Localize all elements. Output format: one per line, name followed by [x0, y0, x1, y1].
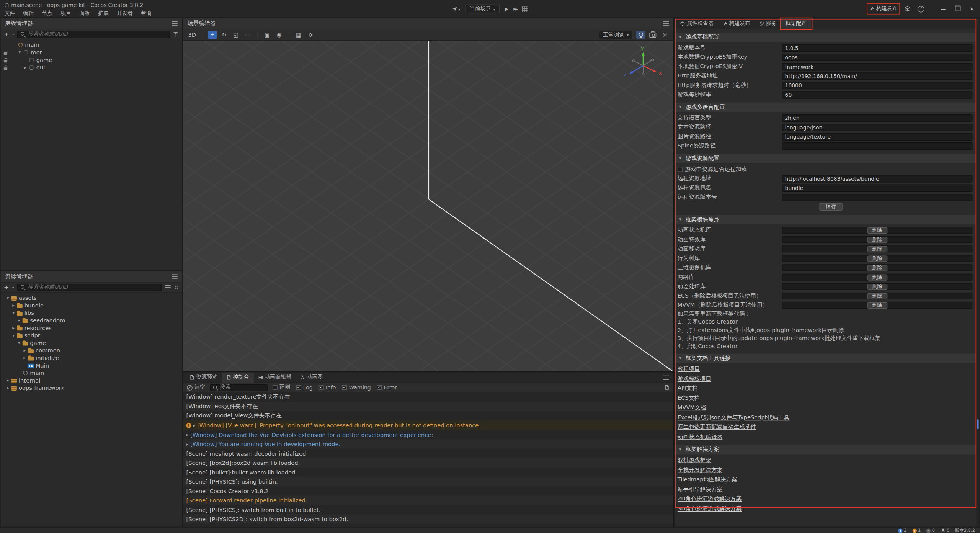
doc-link[interactable]: 动画状态机编辑器	[678, 433, 723, 441]
close-button[interactable]	[968, 6, 976, 12]
log-row[interactable]: [Scene] Forward render pipeline initiali…	[183, 495, 673, 505]
scrollbar-thumb[interactable]	[977, 419, 979, 429]
section-header-resources[interactable]: 游戏资源配置	[675, 154, 977, 163]
asset-node-row[interactable]: internal	[1, 377, 182, 384]
asset-node-row[interactable]: script	[1, 332, 182, 340]
tab-asset-preview[interactable]: 资源预览	[185, 372, 222, 383]
text-input[interactable]: zh,en	[782, 114, 972, 122]
menu-item[interactable]: 编辑	[23, 10, 34, 18]
expand-arrow-icon[interactable]	[16, 340, 22, 346]
scene-light-toggle[interactable]	[636, 31, 645, 39]
delete-module-button[interactable]: 删除	[867, 265, 887, 271]
asset-node-row[interactable]: libs	[1, 309, 182, 317]
scene-settings-button[interactable]	[661, 31, 670, 39]
menu-item[interactable]: 文件	[4, 10, 15, 18]
log-filter-checkbox[interactable]: Error	[377, 384, 397, 391]
text-input[interactable]: framework	[782, 63, 972, 70]
sort-icon[interactable]	[165, 285, 171, 289]
expand-arrow-icon[interactable]	[17, 50, 23, 56]
scene-camera-button[interactable]	[648, 31, 657, 39]
log-row[interactable]: [Window] [Vue warn]: Property "onInput" …	[183, 420, 673, 430]
doc-link[interactable]: API文档	[678, 384, 698, 392]
expand-arrow-icon[interactable]	[11, 310, 16, 316]
tab-services[interactable]: 服务	[755, 18, 781, 29]
tab-animation-editor[interactable]: 动画编辑器	[253, 372, 296, 383]
log-row[interactable]: [Window] model_view文件夹不存在	[183, 411, 673, 420]
scale-tool-button[interactable]: ◱	[232, 31, 240, 39]
asset-node-row[interactable]: common	[1, 347, 182, 355]
asset-node-row[interactable]: seedrandom	[1, 317, 182, 324]
remote-load-checkbox[interactable]	[678, 167, 683, 172]
filter-icon[interactable]	[173, 31, 179, 37]
chevron-down-icon[interactable]	[12, 285, 14, 289]
log-row[interactable]: [Scene] [PHYSICS2D]: switch from box2d-w…	[183, 514, 673, 523]
delete-module-button[interactable]: 删除	[867, 293, 887, 299]
menu-item[interactable]: 开发者	[117, 10, 133, 18]
delete-module-button[interactable]: 删除	[867, 227, 887, 233]
menu-item[interactable]: 节点	[42, 10, 52, 18]
expand-arrow-icon[interactable]	[186, 441, 189, 446]
current-scene-select[interactable]: 当前场景	[465, 4, 500, 13]
notification-badge[interactable]: 0	[941, 528, 950, 533]
minimize-button[interactable]	[939, 6, 947, 12]
asset-node-row[interactable]: bundle	[1, 302, 182, 309]
pivot-toggle-button[interactable]: ▣	[263, 31, 272, 39]
play-button[interactable]	[505, 6, 508, 12]
text-input[interactable]: http://localhost:8083/assets/bundle	[782, 175, 972, 182]
delete-module-button[interactable]: 删除	[867, 255, 887, 262]
log-filter-checkbox[interactable]: Warning	[342, 384, 371, 391]
expand-arrow-icon[interactable]	[11, 325, 16, 331]
delete-module-button[interactable]: 删除	[867, 237, 887, 243]
section-header-solutions[interactable]: 框架解决方案	[675, 445, 977, 454]
log-row[interactable]: [Window] render_texture文件夹不存在	[183, 392, 673, 402]
delete-module-button[interactable]: 删除	[867, 302, 887, 308]
log-row[interactable]: [Scene] [PHYSICS]: switch from builtin t…	[183, 505, 673, 514]
log-row[interactable]: [Scene] [bullet]:bullet wasm lib loaded.	[183, 468, 673, 477]
text-input[interactable]: 1.0.5	[782, 44, 972, 52]
expand-arrow-icon[interactable]	[23, 65, 28, 70]
doc-link[interactable]: 原生包热更新配置自动生成插件	[678, 423, 756, 431]
asset-node-row[interactable]: oops-framework	[1, 384, 182, 392]
tab-build-publish[interactable]: 构建发布	[718, 18, 755, 29]
delete-module-button[interactable]: 删除	[867, 246, 887, 252]
maximize-button[interactable]	[954, 5, 961, 12]
doc-link[interactable]: 教程项目	[678, 365, 700, 373]
axis-gizmo[interactable]: Y X Z	[621, 47, 666, 82]
asset-node-row[interactable]: resources	[1, 324, 182, 332]
expand-arrow-icon[interactable]	[16, 318, 22, 324]
refresh-icon[interactable]	[174, 284, 179, 290]
section-header-basic[interactable]: 游戏基础配置	[675, 33, 977, 42]
text-input[interactable]: oops	[782, 54, 972, 61]
log-row[interactable]: [Scene] [box2d]:box2d wasm lib loaded.	[183, 458, 673, 467]
solution-link[interactable]: 3D角色扮演游戏解决方案	[678, 505, 742, 513]
help-icon[interactable]	[918, 5, 924, 12]
expand-arrow-icon[interactable]	[186, 432, 189, 437]
expand-arrow-icon[interactable]	[193, 423, 195, 428]
text-input[interactable]: bundle	[782, 184, 972, 192]
assets-search-input[interactable]: 搜索名称或UUID	[17, 283, 162, 291]
tab-property-inspector[interactable]: 属性检查器	[676, 18, 718, 29]
text-input[interactable]: 60	[782, 91, 972, 98]
text-input[interactable]	[782, 142, 972, 150]
text-input[interactable]: http://192.168.0.150/main/	[782, 72, 972, 80]
hierarchy-node-row[interactable]: gui	[1, 64, 182, 71]
solution-link[interactable]: 新手引导解决方案	[678, 486, 723, 494]
chevron-down-icon[interactable]	[12, 32, 14, 36]
package-icon[interactable]	[904, 6, 910, 12]
grid-snap-button[interactable]: ▦	[294, 31, 303, 39]
clear-console-button[interactable]: 清空	[187, 384, 205, 391]
expand-arrow-icon[interactable]	[11, 303, 16, 309]
panel-menu-icon[interactable]	[172, 21, 178, 25]
build-publish-button[interactable]: 构建发布	[869, 5, 897, 13]
hierarchy-node-row[interactable]: main	[1, 41, 182, 49]
create-asset-button[interactable]	[4, 284, 9, 290]
log-row[interactable]: [Scene] [PHYSICS]: using builtin.	[183, 477, 673, 486]
menu-item[interactable]: 扩展	[98, 10, 109, 18]
asset-node-row[interactable]: game	[1, 339, 182, 347]
section-header-slim[interactable]: 框架模块瘦身	[675, 215, 977, 224]
mode-3d-toggle[interactable]: 3D	[187, 31, 197, 39]
rect-tool-button[interactable]: ▭	[243, 31, 252, 39]
menu-item[interactable]: 帮助	[141, 10, 152, 18]
delete-module-button[interactable]: 删除	[867, 283, 887, 289]
panel-menu-icon[interactable]	[172, 274, 178, 278]
